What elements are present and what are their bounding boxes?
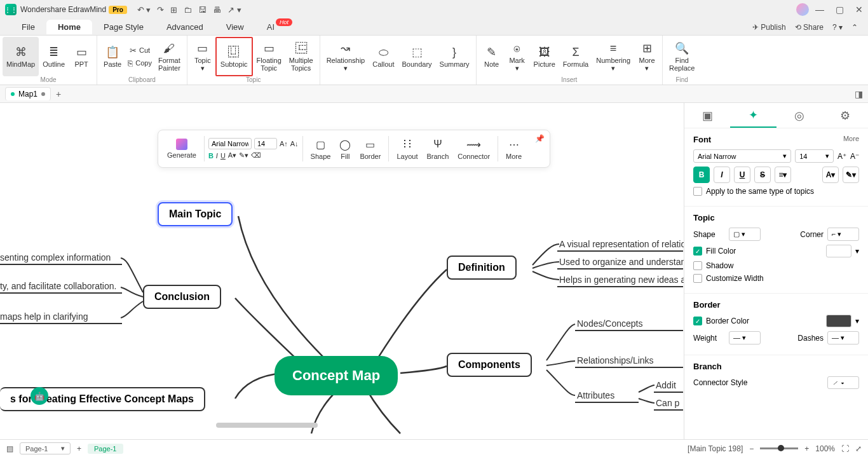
chat-fab-icon[interactable]: 🤖 [31, 387, 48, 405]
apply-same-type-checkbox[interactable] [693, 187, 702, 196]
more-insert-button[interactable]: ⊞More▾ [634, 37, 660, 76]
branch-button[interactable]: ΨBranch [423, 136, 452, 161]
sp-highlight-button[interactable]: ✎▾ [843, 167, 859, 183]
sp-fontcolor-button[interactable]: A▾ [822, 167, 839, 183]
font-increase-icon[interactable]: A↑ [280, 140, 288, 147]
sp-font-size[interactable]: 14▾ [795, 149, 834, 163]
boundary-button[interactable]: ⬚Boundary [398, 37, 435, 76]
node-definition[interactable]: Definition [447, 256, 517, 280]
help-icon[interactable]: ? ▾ [832, 23, 843, 32]
sp-underline-button[interactable]: U [734, 167, 750, 183]
fillcolor-checkbox[interactable]: ✓ [693, 247, 702, 256]
zoom-slider[interactable] [760, 447, 798, 449]
more-format-button[interactable]: ⋯More [502, 136, 526, 161]
menu-pagestyle[interactable]: Page Style [92, 20, 155, 34]
pin-icon[interactable]: 📌 [535, 134, 545, 143]
leaf-def3[interactable]: Helps in generating new ideas a [559, 275, 684, 285]
save-icon[interactable]: 🖫 [198, 5, 207, 15]
paste-button[interactable]: 📋Paste [100, 37, 125, 76]
maximize-icon[interactable]: ▢ [836, 4, 844, 15]
connector-button[interactable]: ⟿Connector [454, 136, 494, 161]
panel-tab-settings[interactable]: ⚙ [822, 103, 868, 128]
node-components[interactable]: Components [447, 353, 532, 377]
menu-ai[interactable]: AIHot [255, 20, 286, 34]
collapse-ribbon-icon[interactable]: ⌃ [851, 23, 858, 32]
open-icon[interactable]: 🗀 [184, 5, 192, 15]
menu-home[interactable]: Home [46, 20, 92, 34]
bordercolor-swatch[interactable] [826, 315, 851, 327]
sp-align-button[interactable]: ≡▾ [775, 167, 791, 183]
corner-select[interactable]: ⌐ ▾ [827, 228, 859, 241]
shadow-checkbox[interactable] [693, 261, 702, 270]
leaf-def1[interactable]: A visual representation of relatio [559, 239, 684, 249]
close-icon[interactable]: ✕ [855, 4, 863, 15]
add-tab-button[interactable]: + [56, 89, 61, 99]
mindmap-mode-button[interactable]: ⌘MindMap [3, 37, 39, 76]
node-conclusion[interactable]: Conclusion [143, 285, 221, 309]
sp-font-inc-icon[interactable]: A⁺ [837, 152, 846, 161]
subtopic-button[interactable]: ⿶Subtopic [215, 37, 253, 76]
clear-format-button[interactable]: ⌫ [251, 151, 261, 160]
node-main-topic[interactable]: Main Topic [158, 202, 233, 226]
find-replace-button[interactable]: 🔍Find Replace [665, 37, 698, 76]
fit-icon[interactable]: ⛶ [841, 444, 849, 453]
leaf-comp2[interactable]: Relationships/Links [577, 355, 654, 365]
font-color-button[interactable]: A▾ [228, 151, 236, 160]
leaf-conc3[interactable]: maps help in clarifying [0, 311, 88, 322]
callout-button[interactable]: ⬭Callout [369, 37, 398, 76]
font-more-link[interactable]: More [843, 135, 859, 144]
panel-tab-topic[interactable]: ▣ [684, 103, 730, 128]
relationship-button[interactable]: ↝Relationship▾ [323, 37, 369, 76]
leaf-conc1[interactable]: senting complex information [0, 252, 111, 263]
add-page-button[interactable]: + [77, 444, 81, 453]
leaf-comp3[interactable]: Attributes [577, 390, 614, 400]
ppt-mode-button[interactable]: ▭PPT [69, 37, 94, 76]
customwidth-checkbox[interactable] [693, 274, 702, 283]
copy-button[interactable]: ⎘Copy [125, 57, 154, 69]
minimize-icon[interactable]: — [815, 4, 824, 15]
multiple-topics-button[interactable]: ⿷Multiple Topics [285, 37, 317, 76]
bordercolor-checkbox[interactable]: ✓ [693, 317, 702, 325]
numbering-button[interactable]: ≡Numbering▾ [592, 37, 634, 76]
menu-file[interactable]: File [10, 20, 46, 34]
publish-button[interactable]: ✈ Publish [752, 23, 786, 32]
user-avatar[interactable] [796, 3, 809, 16]
outline-view-icon[interactable]: ▤ [6, 444, 13, 453]
picture-button[interactable]: 🖼Picture [530, 37, 559, 76]
undo-icon[interactable]: ↶ ▾ [137, 5, 151, 15]
panel-toggle-icon[interactable]: ◨ [855, 89, 863, 99]
panel-tab-style[interactable]: ✦ [730, 103, 776, 128]
leaf-comp3a[interactable]: Addit [656, 380, 676, 390]
border-button[interactable]: ▭Border [356, 136, 384, 161]
zoom-in-button[interactable]: + [804, 444, 809, 453]
sp-strike-button[interactable]: S [754, 167, 771, 183]
sp-bold-button[interactable]: B [693, 167, 710, 183]
sp-italic-button[interactable]: I [714, 167, 730, 183]
panel-tab-map[interactable]: ◎ [776, 103, 822, 128]
italic-button[interactable]: I [216, 152, 218, 160]
leaf-conc2[interactable]: ty, and facilitate collaboration. [0, 281, 116, 291]
generate-button[interactable]: Generate [163, 137, 200, 160]
sp-font-family[interactable]: Arial Narrow▾ [693, 149, 791, 163]
export-icon[interactable]: ↗ ▾ [227, 5, 241, 15]
formula-button[interactable]: ΣFormula [559, 37, 592, 76]
print-icon[interactable]: 🖶 [213, 5, 221, 15]
leaf-comp1[interactable]: Nodes/Concepts [577, 318, 643, 329]
shape-select[interactable]: ▢ ▾ [729, 228, 761, 241]
note-button[interactable]: ✎Note [479, 37, 505, 76]
format-painter-button[interactable]: 🖌Format Painter [154, 37, 184, 76]
node-center[interactable]: Concept Map [275, 356, 398, 395]
font-family-select[interactable] [208, 138, 252, 149]
connector-style-select[interactable]: ⟋ ▾ [827, 376, 859, 389]
page-label[interactable]: Page-1 [88, 444, 123, 454]
new-icon[interactable]: ⊞ [170, 5, 177, 15]
topic-button[interactable]: ▭Topic▾ [190, 37, 215, 76]
layout-button[interactable]: ᎒᎒Layout [393, 136, 421, 161]
dashes-select[interactable]: — ▾ [827, 331, 859, 344]
outline-mode-button[interactable]: ≣Outline [39, 37, 69, 76]
canvas[interactable]: Generate A↑ A↓ B I U A▾ ✎▾ ⌫ [0, 103, 684, 439]
summary-button[interactable]: }Summary [436, 37, 473, 76]
zoom-value[interactable]: 100% [815, 444, 835, 453]
leaf-def2[interactable]: Used to organize and understan [559, 257, 684, 267]
floating-topic-button[interactable]: ▭Floating Topic [253, 37, 285, 76]
